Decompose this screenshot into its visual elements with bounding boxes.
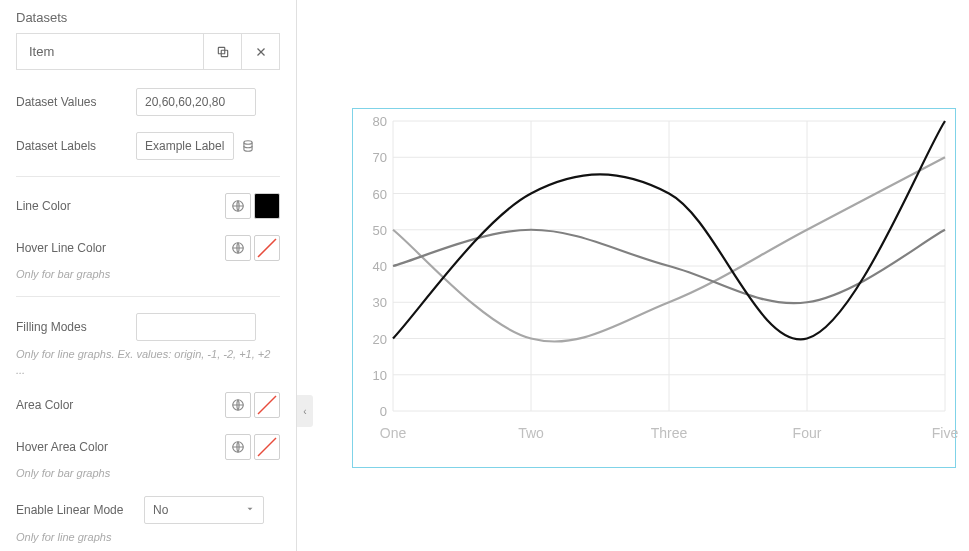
hint-line-2: Only for line graphs: [16, 530, 280, 545]
globe-icon[interactable]: [225, 392, 251, 418]
chart[interactable]: 01020304050607080OneTwoThreeFourFive: [352, 108, 956, 468]
y-tick: 20: [361, 331, 387, 346]
hint-bar-2: Only for bar graphs: [16, 466, 280, 481]
item-header: Item: [16, 33, 280, 70]
globe-icon[interactable]: [225, 434, 251, 460]
close-icon[interactable]: [241, 34, 279, 69]
area-color-label: Area Color: [16, 398, 126, 412]
y-tick: 70: [361, 150, 387, 165]
y-tick: 0: [361, 404, 387, 419]
hover-line-color-swatch[interactable]: [254, 235, 280, 261]
x-tick: Four: [793, 425, 822, 441]
item-label[interactable]: Item: [17, 34, 203, 69]
hint-bar-1: Only for bar graphs: [16, 267, 280, 282]
globe-icon[interactable]: [225, 235, 251, 261]
x-tick: Two: [518, 425, 544, 441]
hover-line-color-label: Hover Line Color: [16, 241, 126, 255]
duplicate-icon[interactable]: [203, 34, 241, 69]
y-tick: 80: [361, 114, 387, 129]
filling-modes-input[interactable]: [136, 313, 256, 341]
hover-area-color-swatch[interactable]: [254, 434, 280, 460]
main: ‹ 01020304050607080OneTwoThreeFourFive: [297, 0, 969, 551]
line-color-label: Line Color: [16, 199, 126, 213]
sidebar: Datasets Item Dataset Values Dataset Lab…: [0, 0, 297, 551]
collapse-handle-icon[interactable]: ‹: [297, 395, 313, 427]
svg-line-11: [258, 438, 276, 456]
dynamic-tags-icon[interactable]: [238, 136, 258, 156]
y-tick: 50: [361, 222, 387, 237]
y-tick: 60: [361, 186, 387, 201]
enable-linear-select[interactable]: No: [144, 496, 264, 524]
y-tick: 10: [361, 367, 387, 382]
filling-modes-label: Filling Modes: [16, 320, 126, 334]
dataset-values-label: Dataset Values: [16, 95, 126, 109]
dataset-labels-label: Dataset Labels: [16, 139, 126, 153]
chevron-down-icon: [245, 503, 255, 517]
x-tick: One: [380, 425, 406, 441]
svg-line-7: [258, 239, 276, 257]
hint-line-fill: Only for line graphs. Ex. values: origin…: [16, 347, 280, 378]
y-tick: 30: [361, 295, 387, 310]
line-color-swatch[interactable]: [254, 193, 280, 219]
x-tick: Three: [651, 425, 688, 441]
dataset-labels-input[interactable]: [136, 132, 234, 160]
enable-linear-value: No: [153, 503, 168, 517]
y-tick: 40: [361, 259, 387, 274]
globe-icon[interactable]: [225, 193, 251, 219]
area-color-swatch[interactable]: [254, 392, 280, 418]
svg-line-9: [258, 396, 276, 414]
enable-linear-label: Enable Linear Mode: [16, 503, 134, 517]
dataset-values-input[interactable]: [136, 88, 256, 116]
svg-point-4: [244, 141, 252, 145]
hover-area-color-label: Hover Area Color: [16, 440, 126, 454]
x-tick: Five: [932, 425, 958, 441]
section-title: Datasets: [16, 10, 280, 25]
